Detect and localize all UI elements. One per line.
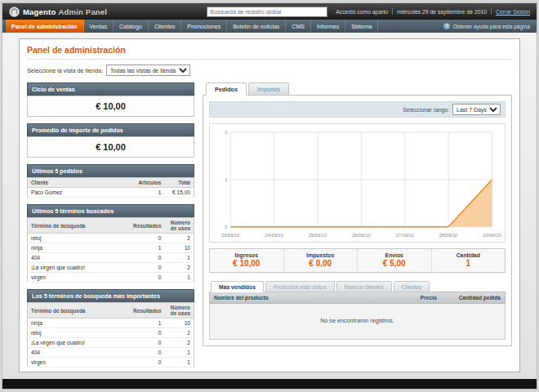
- stat-value: 1: [432, 259, 506, 268]
- products-table-header: Nombre del producto Precio Cantidad pedi…: [209, 292, 506, 304]
- table-header-row: Término de búsqueda Resultados Número de…: [28, 218, 194, 234]
- svg-text:28/09/10: 28/09/10: [439, 233, 458, 238]
- column-header: Término de búsqueda: [28, 303, 131, 318]
- column-header: Número de usos: [165, 303, 194, 318]
- table-header-row: Término de búsqueda Resultados Número de…: [28, 303, 194, 318]
- results-cell: 0: [130, 348, 164, 358]
- page-help-link[interactable]: ? Obtener ayuda para esta página: [443, 20, 533, 33]
- results-cell: 0: [130, 253, 164, 263]
- help-label: Obtener ayuda para esta página: [452, 24, 530, 29]
- logout-link[interactable]: Cerrar Sesión: [496, 9, 530, 15]
- account-bar: Accedió como aparto miércoles 29 de sept…: [336, 8, 530, 15]
- table-row[interactable]: ¡La virgen que cuadro! 0 2: [28, 338, 194, 348]
- uses-cell: 2: [165, 234, 194, 243]
- nav-item-informes[interactable]: Informes: [311, 20, 345, 33]
- stat-label: Ingresos: [210, 252, 283, 258]
- grids-tabs: Más vendidos Productos más vistos Nuevos…: [209, 281, 506, 292]
- store-view-select[interactable]: Todas las vistas de tienda: [106, 65, 190, 76]
- term-cell: ¡La virgen que cuadro!: [28, 338, 131, 348]
- content-background: Panel de administración Seleccione la vi…: [2, 33, 537, 379]
- brand-subtitle: Admin Panel: [58, 7, 107, 16]
- table-row[interactable]: virgen 0 1: [28, 273, 194, 283]
- nav-item-ventas[interactable]: Ventas: [84, 20, 114, 33]
- tab-pedidos[interactable]: Pedidos: [206, 82, 247, 96]
- divider: [392, 8, 393, 15]
- global-search-input[interactable]: [207, 7, 327, 17]
- term-cell: ninja: [28, 318, 131, 328]
- range-bar: Seleccionar rango: Last 7 Days: [209, 101, 506, 118]
- column-header: Nombre del producto: [210, 292, 384, 303]
- nav-item-sistema[interactable]: Sistema: [345, 20, 378, 33]
- term-cell: reloj: [28, 328, 131, 338]
- svg-text:26/09/10: 26/09/10: [352, 233, 371, 238]
- tab-nuevos-clientes[interactable]: Nuevos clientes: [336, 281, 392, 292]
- stat-envios: Envíos € 5,00: [358, 249, 432, 272]
- nav-item-cms[interactable]: CMS: [286, 20, 311, 33]
- nav-item-catalogo[interactable]: Catálogo: [114, 20, 149, 33]
- table-row[interactable]: ninja 1 10: [28, 318, 194, 328]
- magento-logo-icon: [9, 7, 20, 17]
- orders-chart-svg: 01223/09/1024/09/1025/09/1026/09/1027/09…: [212, 126, 503, 240]
- divider: [491, 8, 492, 15]
- table-row[interactable]: Paco Gomez 1 € 15,00: [28, 188, 194, 198]
- table-header-row: Cliente Artículos Total: [28, 178, 194, 188]
- nav-item-boletin[interactable]: Boletín de noticias: [227, 20, 286, 33]
- admin-app: MagentoAdmin Panel Accedió como aparto m…: [2, 2, 537, 390]
- stat-value: € 5,00: [358, 259, 431, 268]
- current-date: miércoles 29 de septiembre de 2010: [397, 9, 487, 15]
- magento-admin-window: MagentoAdmin Panel Accedió como aparto m…: [0, 0, 539, 392]
- table-row[interactable]: reloj 0 2: [28, 328, 194, 338]
- term-cell: reloj: [28, 234, 131, 243]
- header: MagentoAdmin Panel Accedió como aparto m…: [2, 3, 537, 20]
- lifetime-sales-title: Ciclo de ventas: [27, 82, 194, 96]
- store-view-label: Seleccione la vista de tienda:: [27, 67, 103, 74]
- items-cell: 1: [136, 188, 165, 198]
- stat-label: Cantidad: [432, 252, 506, 258]
- results-cell: 1: [130, 318, 164, 328]
- nav-item-clientes[interactable]: Clientes: [149, 20, 181, 33]
- table-row[interactable]: 404 0 1: [28, 253, 194, 263]
- uses-cell: 10: [165, 318, 194, 328]
- results-cell: 0: [130, 263, 164, 273]
- svg-text:27/09/10: 27/09/10: [395, 233, 414, 238]
- term-cell: ¡La virgen que cuadro!: [28, 263, 131, 273]
- content-panel: Panel de administración Seleccione la vi…: [19, 38, 520, 372]
- stat-ingresos: Ingresos € 10,00: [210, 249, 284, 272]
- results-cell: 1: [130, 243, 164, 253]
- app-brand: MagentoAdmin Panel: [23, 7, 107, 16]
- tab-importes[interactable]: Importes: [248, 82, 289, 96]
- results-cell: 0: [130, 234, 164, 243]
- stat-value: € 0,00: [284, 259, 358, 268]
- last-search-terms-table: Término de búsqueda Resultados Número de…: [27, 217, 194, 283]
- results-cell: 0: [130, 358, 164, 368]
- table-row[interactable]: 404 0 1: [28, 348, 194, 358]
- help-icon: ?: [443, 23, 450, 29]
- table-row[interactable]: virgen 0 1: [28, 358, 194, 368]
- lifetime-sales-value: € 10,00: [27, 96, 194, 117]
- svg-text:23/09/10: 23/09/10: [221, 233, 240, 238]
- tab-mas-vendidos[interactable]: Más vendidos: [211, 281, 264, 292]
- table-row[interactable]: ninja 1 10: [28, 243, 194, 253]
- tab-clientes[interactable]: Clientes: [394, 281, 430, 292]
- results-cell: 0: [130, 273, 164, 283]
- store-view-switcher: Seleccione la vista de tienda: Todas las…: [27, 65, 512, 76]
- last-search-terms-box: Últimos 5 términos buscados Término de b…: [27, 204, 194, 283]
- uses-cell: 2: [165, 263, 194, 273]
- svg-text:0: 0: [225, 225, 228, 229]
- logged-in-as: Accedió como aparto: [336, 9, 388, 15]
- term-cell: 404: [28, 253, 131, 263]
- nav-item-dashboard[interactable]: Panel de administración: [6, 20, 84, 33]
- column-header: Término de búsqueda: [28, 218, 131, 234]
- diagram-panel: Seleccionar rango: Last 7 Days 01223/09/…: [203, 95, 512, 346]
- nav-item-promociones[interactable]: Promociones: [181, 20, 227, 33]
- table-row[interactable]: ¡La virgen que cuadro! 0 2: [28, 263, 194, 273]
- range-select[interactable]: Last 7 Days: [452, 104, 501, 115]
- tab-productos-mas-vistos[interactable]: Productos más vistos: [265, 281, 335, 292]
- svg-text:25/09/10: 25/09/10: [309, 233, 327, 238]
- stat-label: Impuestos: [284, 252, 358, 258]
- total-cell: € 15,00: [165, 188, 194, 198]
- column-header: Resultados: [130, 303, 164, 318]
- table-row[interactable]: reloj 0 2: [28, 234, 194, 243]
- stat-impuestos: Impuestos € 0,00: [284, 249, 359, 272]
- uses-cell: 10: [165, 243, 194, 253]
